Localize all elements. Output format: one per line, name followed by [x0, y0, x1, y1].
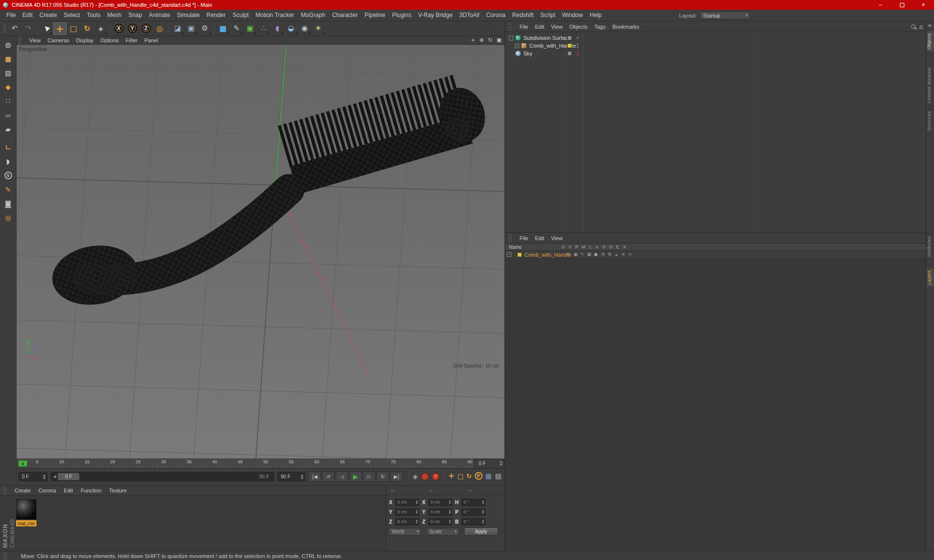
- record-pla-icon[interactable]: ▦: [485, 472, 492, 479]
- menu-item[interactable]: Script: [537, 10, 559, 21]
- live-selection-button[interactable]: ▶: [39, 22, 53, 35]
- material-name-label[interactable]: mat_con: [16, 520, 36, 526]
- redo-button[interactable]: ↷: [21, 22, 35, 35]
- tab-attributes[interactable]: Attributes: [927, 234, 934, 259]
- add-cube-button[interactable]: ■: [216, 22, 230, 35]
- coordinate-space-select[interactable]: World▾: [388, 528, 421, 536]
- rotation-h-field[interactable]: 0 °: [461, 499, 485, 506]
- rotation-b-field[interactable]: 0 °: [461, 518, 485, 525]
- layer-toggle-icon[interactable]: ≡: [620, 252, 627, 257]
- object-manager-menu-item[interactable]: Edit: [532, 24, 548, 30]
- coords-group-header[interactable]: --: [466, 488, 504, 493]
- layer-toggle-icon[interactable]: ◎: [565, 252, 572, 257]
- play-reverse-button[interactable]: ↺: [322, 472, 335, 482]
- visibility-dots-icon[interactable]: [577, 43, 578, 45]
- material-menu-item[interactable]: Corona: [35, 488, 60, 493]
- object-manager-menu-item[interactable]: View: [548, 24, 566, 30]
- rotate-view-icon[interactable]: ↻: [486, 36, 494, 44]
- panel-menu-icon[interactable]: ≡: [928, 23, 932, 28]
- layout-select[interactable]: Startup ▾: [700, 11, 750, 19]
- render-view-button[interactable]: ◪: [171, 22, 184, 35]
- spline-pen-button[interactable]: ✎: [230, 22, 243, 35]
- rotation-p-field[interactable]: 0 °: [461, 508, 485, 516]
- previous-frame-button[interactable]: ◁: [336, 472, 348, 482]
- slider-left-arrow-icon[interactable]: ◀: [53, 475, 56, 479]
- menu-item[interactable]: Character: [329, 10, 361, 21]
- layer-toggle-icon[interactable]: ✎: [579, 252, 586, 257]
- axis-mode-button[interactable]: ∟: [2, 141, 15, 154]
- home-icon[interactable]: ⌂: [919, 24, 923, 30]
- expander-icon[interactable]: −: [509, 36, 513, 40]
- menu-item[interactable]: Pipeline: [361, 10, 389, 21]
- tab-content-browser[interactable]: Content Browser: [927, 65, 934, 105]
- menu-item[interactable]: MoGraph: [298, 10, 329, 21]
- record-keyframe-button[interactable]: [421, 473, 429, 480]
- layer-toggle-icon[interactable]: ×: [627, 252, 633, 257]
- panel-grip[interactable]: [3, 487, 6, 494]
- menu-item[interactable]: Simulate: [174, 10, 203, 21]
- viewport-menu-item[interactable]: View: [26, 37, 44, 43]
- panel-grip[interactable]: [18, 36, 21, 44]
- perspective-viewport[interactable]: y x z Perspective Grid Spacing : 10 cm: [17, 45, 504, 458]
- material-thumbnail[interactable]: [16, 499, 36, 520]
- last-used-tool-button[interactable]: ◈: [94, 22, 108, 35]
- timeline-range-slider[interactable]: ◀ 0 F 90 F: [51, 472, 274, 481]
- y-axis-lock-button[interactable]: Y: [126, 22, 139, 35]
- spinner-arrows-icon[interactable]: [300, 474, 304, 480]
- object-manager-menu-item[interactable]: Tags: [591, 24, 609, 30]
- expander-icon[interactable]: +: [507, 252, 511, 257]
- viewport-menu-item[interactable]: Display: [72, 37, 97, 43]
- visibility-dots-icon[interactable]: [577, 51, 578, 52]
- layer-toggle-icon[interactable]: ▦: [586, 252, 593, 257]
- x-axis-lock-button[interactable]: X: [112, 22, 126, 35]
- menu-item[interactable]: Snap: [125, 10, 145, 21]
- subdivision-surface-button[interactable]: ▣: [243, 22, 257, 35]
- menu-item[interactable]: Create: [36, 10, 60, 21]
- enabled-check-icon[interactable]: ✓: [576, 35, 580, 40]
- menu-item[interactable]: Animate: [145, 10, 174, 21]
- coords-group-header[interactable]: --: [427, 488, 466, 493]
- deformer-button[interactable]: ◖: [270, 22, 284, 35]
- menu-item[interactable]: Window: [559, 10, 587, 21]
- viewport-menu-item[interactable]: Cameras: [44, 37, 73, 43]
- workplane-mode-button[interactable]: ◆: [2, 81, 15, 93]
- menu-item[interactable]: Plugins: [389, 10, 414, 21]
- viewport-menu-item[interactable]: Filter: [122, 37, 141, 43]
- size-x-field[interactable]: 0 cm: [428, 499, 452, 506]
- menu-item[interactable]: Select: [60, 10, 83, 21]
- camera-button[interactable]: ◉: [298, 22, 311, 35]
- scale-tool-button[interactable]: □: [67, 22, 80, 35]
- play-button[interactable]: ▶: [349, 472, 362, 482]
- material-menu-item[interactable]: Edit: [60, 488, 77, 493]
- menu-item[interactable]: Sculpt: [229, 10, 252, 21]
- tab-structure[interactable]: Structure: [927, 109, 934, 133]
- position-x-field[interactable]: 0 cm: [395, 499, 419, 506]
- viewport-menu-item[interactable]: Options: [97, 37, 122, 43]
- menu-item[interactable]: File: [3, 10, 19, 21]
- menu-item[interactable]: Redshift: [509, 10, 537, 21]
- layer-color-chip[interactable]: [517, 252, 522, 257]
- material-menu-item[interactable]: Function: [77, 488, 105, 493]
- lock-workplane-button[interactable]: ◙: [2, 197, 15, 210]
- goto-end-button[interactable]: ▶|: [390, 472, 403, 482]
- viewport-solo-button[interactable]: ◗: [2, 155, 15, 168]
- menu-item[interactable]: Mesh: [104, 10, 125, 21]
- current-frame-field[interactable]: 0 F: [18, 472, 48, 481]
- pan-view-icon[interactable]: +: [469, 36, 477, 44]
- close-button[interactable]: ×: [913, 0, 934, 10]
- interactive-render-button[interactable]: ◎: [2, 211, 15, 224]
- timeline-layout-icon[interactable]: ▤: [495, 472, 502, 479]
- object-manager-menu-item[interactable]: Bookmarks: [609, 24, 643, 30]
- texture-mode-button[interactable]: ▨: [2, 67, 15, 79]
- record-scale-icon[interactable]: □: [457, 473, 463, 479]
- panel-grip[interactable]: [3, 552, 7, 560]
- snap-button[interactable]: S: [2, 169, 15, 182]
- coordinate-system-button[interactable]: ◎: [153, 22, 166, 35]
- object-row-sky[interactable]: Sky: [505, 50, 926, 57]
- expander-icon[interactable]: +: [515, 44, 519, 48]
- environment-button[interactable]: ◒: [284, 22, 298, 35]
- object-manager-menu-item[interactable]: File: [516, 24, 532, 30]
- layer-toggle-icon[interactable]: ⚙: [606, 252, 613, 257]
- size-z-field[interactable]: 0 cm: [428, 518, 452, 525]
- record-rotation-icon[interactable]: ↻: [467, 473, 472, 479]
